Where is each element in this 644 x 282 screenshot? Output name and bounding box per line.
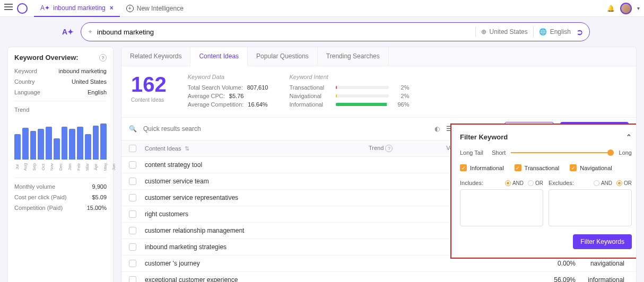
- plus-icon: +: [126, 5, 134, 12]
- select-all-checkbox[interactable]: [129, 145, 136, 152]
- long-tail-label: Long Tail: [460, 149, 492, 156]
- includes-or-radio[interactable]: OR: [528, 180, 543, 186]
- intent-checkbox[interactable]: ✓Navigational: [570, 164, 612, 171]
- search-bar[interactable]: ✦ ⊕ United States 🌐 English ➲: [81, 22, 590, 41]
- sparkle-icon: ✦: [88, 28, 93, 36]
- row-checkbox[interactable]: [129, 210, 136, 218]
- globe-icon: 🌐: [539, 28, 547, 36]
- keyword-intent-header: Keyword Intent: [289, 74, 409, 80]
- sidebar-title: Keyword Overview:: [14, 54, 79, 61]
- tab-new-intelligence[interactable]: + New Intelligence: [120, 0, 190, 17]
- close-icon[interactable]: ×: [110, 4, 114, 12]
- trend-chart: [14, 117, 107, 160]
- sort-icon[interactable]: ⇅: [185, 145, 189, 152]
- filter-popup-title: Filter Keyword: [460, 133, 508, 141]
- trend-bar: [93, 126, 99, 160]
- content-idea-cell: exceptional customer experience: [145, 276, 369, 282]
- row-checkbox[interactable]: [129, 276, 136, 282]
- globe-icon: ⊕: [481, 28, 486, 36]
- content-idea-cell: customer service representatives: [145, 194, 369, 201]
- row-checkbox[interactable]: [129, 194, 136, 201]
- country-selector[interactable]: ⊕ United States: [481, 28, 528, 36]
- includes-and-radio[interactable]: AND: [505, 180, 524, 186]
- search-icon: 🔍: [129, 125, 137, 133]
- quick-search-input[interactable]: [143, 125, 428, 133]
- keyword-stat: Average Competition:16.64%: [188, 101, 268, 108]
- help-icon[interactable]: ?: [385, 145, 393, 152]
- content-ideas-count-label: Content Ideas: [131, 97, 167, 103]
- content-idea-cell: inbound marketing strategies: [145, 243, 369, 251]
- intent-stat: Transactional2%: [289, 84, 409, 91]
- content-ideas-count: 162: [131, 74, 167, 95]
- chevron-down-icon[interactable]: ▾: [637, 5, 640, 11]
- sidebar-row: Keywordinbound marketing: [14, 68, 107, 74]
- trend-bar: [62, 127, 68, 160]
- intent-checkbox[interactable]: ✓Informational: [460, 164, 504, 171]
- trend-bar: [77, 127, 83, 160]
- keyword-stat: Average CPC:$5.76: [188, 93, 268, 99]
- excludes-textarea[interactable]: [549, 189, 632, 226]
- chevron-up-icon[interactable]: ⌃: [626, 133, 632, 141]
- keyword-data-header: Keyword Data: [188, 74, 268, 80]
- comp-cell: 56.09%: [523, 276, 576, 282]
- tab-label: New Intelligence: [137, 5, 184, 12]
- content-tab[interactable]: Related Keywords: [121, 47, 190, 66]
- intent-stat: Informational96%: [289, 101, 409, 108]
- excludes-and-radio[interactable]: AND: [594, 180, 612, 186]
- filter-keyword-popup: Filter Keyword ⌃ Long Tail Short Long ✓I…: [450, 124, 637, 259]
- trend-bar: [14, 134, 21, 160]
- excludes-or-radio[interactable]: OR: [616, 180, 632, 186]
- slider-long-label: Long: [619, 149, 632, 156]
- intent-cell: navigational: [576, 260, 629, 267]
- trend-label: Trend: [14, 107, 107, 113]
- app-logo[interactable]: [17, 3, 28, 14]
- content-idea-cell: right customers: [145, 210, 369, 218]
- trend-bar: [22, 128, 29, 160]
- excludes-label: Excludes:: [549, 180, 574, 186]
- includes-textarea[interactable]: [460, 189, 543, 226]
- slider-short-label: Short: [492, 149, 506, 156]
- toggle-icon[interactable]: ◐: [434, 125, 440, 133]
- long-tail-slider[interactable]: [511, 152, 613, 153]
- hamburger-menu[interactable]: [4, 4, 14, 13]
- comp-cell: 0.00%: [523, 260, 576, 267]
- sidebar-metric: Monthly volume9,900: [14, 183, 107, 190]
- keyword-stat: Total Search Volume:807,610: [188, 84, 268, 91]
- row-checkbox[interactable]: [129, 227, 136, 234]
- intent-checkbox[interactable]: ✓Transactional: [515, 164, 560, 171]
- sidebar-metric: Competition (Paid)15.00%: [14, 205, 107, 211]
- tab-inbound-marketing[interactable]: A✦ inbound marketing ×: [34, 0, 120, 17]
- row-checkbox[interactable]: [129, 243, 136, 251]
- content-idea-cell: content strategy tool: [145, 161, 369, 169]
- trend-bar: [38, 129, 44, 160]
- content-idea-cell: customer relationship management: [145, 227, 369, 234]
- trend-month-label: Jun: [108, 164, 119, 171]
- row-checkbox[interactable]: [129, 178, 136, 185]
- filter-keywords-button[interactable]: Filter Keywords: [573, 234, 632, 249]
- trend-bar: [69, 129, 75, 160]
- sidebar-row: CountryUnited States: [14, 78, 107, 85]
- content-tab[interactable]: Trending Searches: [318, 47, 389, 66]
- avatar[interactable]: [620, 3, 632, 14]
- content-idea-cell: customer 's journey: [145, 260, 369, 267]
- content-tab[interactable]: Content Ideas: [190, 47, 248, 66]
- sidebar-metric: Cost per click (Paid)$5.09: [14, 194, 107, 200]
- help-icon[interactable]: ?: [99, 54, 107, 61]
- search-input[interactable]: [97, 28, 470, 36]
- content-idea-cell: customer service team: [145, 178, 369, 185]
- language-selector[interactable]: 🌐 English: [539, 28, 571, 36]
- table-row: exceptional customer experience 56.09% i…: [121, 272, 636, 282]
- intent-stat: Navigational2%: [289, 93, 409, 99]
- row-checkbox[interactable]: [129, 260, 136, 267]
- sidebar-row: LanguageEnglish: [14, 89, 107, 95]
- ai-badge-icon: A✦: [62, 25, 74, 38]
- bell-icon[interactable]: 🔔: [607, 5, 615, 12]
- intent-cell: informational: [576, 276, 629, 282]
- search-submit-icon[interactable]: ➲: [576, 27, 583, 37]
- trend-bar: [85, 134, 91, 160]
- includes-label: Includes:: [460, 180, 483, 186]
- row-checkbox[interactable]: [129, 161, 136, 169]
- sidebar-overview: Keyword Overview: ? Keywordinbound marke…: [7, 47, 114, 282]
- tab-label: inbound marketing: [53, 4, 106, 12]
- content-tab[interactable]: Popular Questions: [248, 47, 318, 66]
